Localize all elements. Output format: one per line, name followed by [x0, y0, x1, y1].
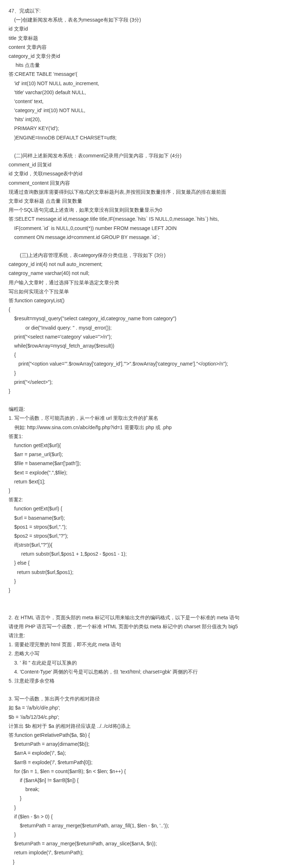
spacer [9, 396, 280, 405]
programming-header: 编程题: [9, 405, 280, 414]
prog-q3-answer-line: $returnPath = array_merge($returnPath, a… [9, 839, 280, 848]
prog-q3-line: $b = '/a/b/12/34/c.php'; [9, 713, 280, 722]
q47-p1-answer-line: PRIMARY KEY('id'); [9, 124, 280, 133]
q47-p3-answer-line: $result=mysql_query("select category_id,… [9, 314, 280, 323]
prog-q1-ans2-line: $url = basename($url); [9, 514, 280, 523]
prog-q3-answer-line: $returnPath = array_merge($returnPath, a… [9, 821, 280, 830]
q47-p3-answer-line: while($rowArray=mysql_fetch_array($resul… [9, 341, 280, 350]
q47-header: 47、完成以下: [9, 6, 280, 15]
prog-q3-answer-line: return implode('/', $returnPath); [9, 848, 280, 857]
prog-q2-line: 请使用 PHP 语言写一个函数，把一个标准 HTML 页面中的类似 meta 标… [9, 622, 280, 631]
q47-p1-answer-line: 'content' text, [9, 97, 280, 106]
spacer [9, 685, 280, 694]
q47-p1-answer-line: 'hits' int(20), [9, 115, 280, 124]
spacer [9, 604, 280, 613]
prog-q2-line: 2. 忽略大小写 [9, 649, 280, 658]
prog-q1-ans2-line: $pos2 = strpos($url,"?"); [9, 532, 280, 541]
q47-p1-field: content 文章内容 [9, 43, 280, 52]
prog-q3-answer-line: $arrB = explode('/', $returnPath[0]); [9, 758, 280, 767]
prog-q3-answer-line: $returnPath = array(dirname($b)); [9, 740, 280, 749]
prog-q3-answer-line: } [9, 794, 280, 803]
q47-p3-answer-line: print("<select name='category' value=''>… [9, 332, 280, 341]
q47-p3-answer-line: } [9, 387, 280, 396]
q47-p3-field: 写出如何实现这个下拉菜单 [9, 287, 280, 296]
q47-p2-field: 文章id 文章标题 点击量 回复数量 [9, 197, 280, 206]
spacer [9, 142, 280, 151]
q47-p1-field: title 文章标题 [9, 34, 280, 43]
prog-q1-line: 例如: http://www.sina.com.cn/abc/de/fg.php… [9, 423, 280, 432]
prog-q1-ans2-line: } [9, 586, 280, 595]
prog-q1-ans2-line: return substr($url,$pos1); [9, 568, 280, 577]
prog-q3-line: 计算出 $b 相对于 $a 的相对路径应该是 ../../c/d将()添上 [9, 722, 280, 731]
prog-q1-ans2-line: $pos1 = strpos($url,"."); [9, 523, 280, 532]
q47-p1-title: (一)创建新闻发布系统，表名为message有如下字段 (3分) [9, 15, 280, 24]
prog-q1-ans1-line: $file = basename($arr['path']); [9, 459, 280, 468]
q47-p3-answer-line: or die("Invalid query: " . mysql_error()… [9, 323, 280, 332]
q47-p3-answer-line: } [9, 369, 280, 378]
q47-p1-field: category_id 文章分类id [9, 52, 280, 61]
prog-q1-ans2-line: return substr($url,$pos1 + 1,$pos2 - $po… [9, 550, 280, 559]
prog-q1-ans1-line: $arr = parse_url($url); [9, 450, 280, 459]
q47-p3-answer-line: { [9, 305, 280, 314]
q47-p1-answer-line: )ENGINE=InnoDB DEFAULT CHARSET=utf8; [9, 133, 280, 142]
q47-p1-field: hits 点击量 [9, 61, 280, 70]
prog-q3-answer-line: } [9, 830, 280, 839]
q47-p3-field: category_id int(4) not null auto_increme… [9, 260, 280, 269]
prog-q2-line: 5. 注意处理多余空格 [9, 676, 280, 685]
q47-p2-field: 现通过查询数据库需要得到以下格式的文章标题列表,并按照回复数量排序，回复最高的排… [9, 188, 280, 197]
q47-p3-answer-line: { [9, 350, 280, 359]
prog-q3-answer-line: break; [9, 785, 280, 794]
prog-q1-ans1-line: return $ext[1]; [9, 477, 280, 486]
prog-q3-answer-line: } [9, 803, 280, 812]
prog-q3-answer-line: } [9, 858, 280, 867]
prog-q3-answer-line: 答:function getRelativePath($a, $b) { [9, 731, 280, 740]
q47-p2-field: id 文章id，关联message表中的id [9, 169, 280, 178]
prog-q1-ans2-line: if(strstr($url,"?")){ [9, 541, 280, 550]
spacer [9, 242, 280, 251]
prog-q3-answer-line: for ($n = 1, $len = count($arrB); $n < $… [9, 767, 280, 776]
q47-p3-field: categroy_name varchar(40) not null; [9, 269, 280, 278]
q47-p3-answer-line: 答:function categoryList() [9, 296, 280, 305]
prog-q1-ans2-label: 答案2: [9, 495, 280, 504]
prog-q1-ans2-line: function getExt($url) { [9, 504, 280, 513]
prog-q3-answer-line: if ($arrA[$n] != $arrB[$n]) { [9, 776, 280, 785]
q47-p3-answer-line: print("<option value='".$rowArray['categ… [9, 359, 280, 368]
prog-q1-ans1-line: } [9, 486, 280, 495]
prog-q3-line: 3. 写一个函数，算出两个文件的相对路径 [9, 694, 280, 703]
q47-p3-field: 用户输入文章时，通过选择下拉菜单选定文章分类 [9, 278, 280, 287]
q47-p1-answer-line: 'title' varchar(200) default NULL, [9, 88, 280, 97]
prog-q1-ans2-line: } [9, 577, 280, 586]
q47-p2-answer-line: IF(comment.`id` is NULL,0,count(*)) numb… [9, 224, 280, 233]
prog-q3-answer-line: if ($len - $n > 0) { [9, 812, 280, 821]
prog-q1-line: 1. 写一个函数，尽可能高效的，从一个标准 url 里取出文件的扩展名 [9, 414, 280, 423]
q47-p3-answer-line: print("</select>"); [9, 378, 280, 387]
q47-p2-field: comment_id 回复id [9, 160, 280, 169]
q47-p2-answer-line: 答:SELECT message.id id,message.title tit… [9, 215, 280, 224]
q47-p1-answer-label: 答:CREATE TABLE 'message'( [9, 70, 280, 79]
prog-q2-line: 4. 'Content-Type' 两侧的引号是可以忽略的，但 'text/ht… [9, 667, 280, 676]
q47-p2-answer-line: comment ON message.id=comment.id GROUP B… [9, 233, 280, 242]
prog-q2-line: 2. 在 HTML 语言中，页面头部的 meta 标记可以用来输出文件的编码格式… [9, 613, 280, 622]
q47-p2-field: comment_content 回复内容 [9, 179, 280, 188]
prog-q1-ans1-line: $ext = explode(".",$file); [9, 468, 280, 477]
q47-p2-field: 用一个SQL语句完成上述查询，如果文章没有回复则回复数量显示为0 [9, 206, 280, 215]
prog-q1-ans1-label: 答案1: [9, 432, 280, 441]
q47-p3-title: (三)上述内容管理系统，表category保存分类信息，字段如下 (3分) [9, 251, 280, 260]
prog-q1-ans1-line: function getExt($url){ [9, 441, 280, 450]
prog-q2-line: 3. ' 和 " 在此处是可以互换的 [9, 658, 280, 667]
prog-q2-line: 1. 需要处理完整的 html 页面，即不光此 meta 语句 [9, 640, 280, 649]
spacer [9, 595, 280, 604]
q47-p1-answer-line: 'id' int(10) NOT NULL auto_increment, [9, 79, 280, 88]
document-page: 47、完成以下: (一)创建新闻发布系统，表名为message有如下字段 (3分… [0, 0, 289, 868]
prog-q3-line: 如 $a = '/a/b/c/d/e.php'; [9, 703, 280, 712]
q47-p1-answer-line: 'category_id' int(10) NOT NULL, [9, 106, 280, 115]
prog-q1-ans2-line: } else { [9, 559, 280, 568]
prog-q3-answer-line: $arrA = explode('/', $a); [9, 749, 280, 758]
q47-p2-title: (二)同样上述新闻发布系统：表comment记录用户回复内容，字段如下 (4分) [9, 151, 280, 160]
q47-p1-field: id 文章id [9, 24, 280, 33]
prog-q2-line: 请注意: [9, 631, 280, 640]
